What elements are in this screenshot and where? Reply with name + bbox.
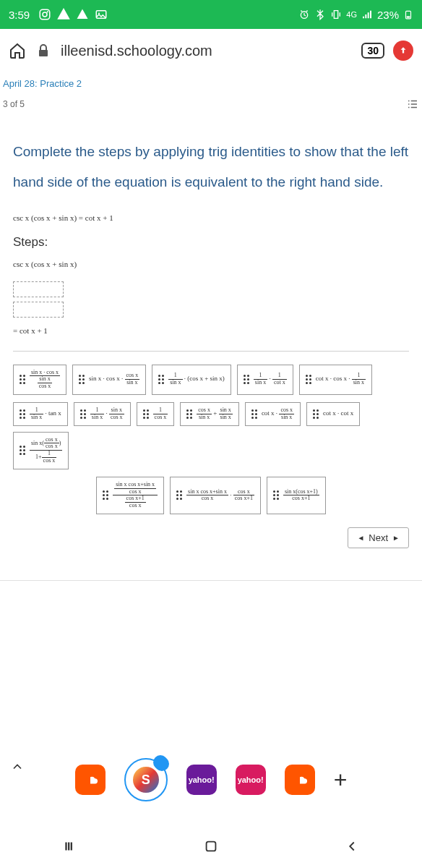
steps-heading: Steps: bbox=[13, 235, 409, 250]
recent-apps-button[interactable] bbox=[62, 838, 78, 854]
tile[interactable]: sin x(cos xcos x)1+1cos x bbox=[13, 432, 69, 469]
url-text[interactable]: illeenisd.schoology.com bbox=[61, 43, 353, 59]
image-icon bbox=[95, 8, 108, 21]
next-button[interactable]: ◄ Next ► bbox=[348, 527, 409, 548]
status-time: 3:59 bbox=[9, 9, 30, 21]
back-button[interactable] bbox=[344, 838, 360, 854]
question-content: Complete the steps by applying trig iden… bbox=[0, 119, 422, 566]
tile[interactable]: 1cos x bbox=[137, 402, 175, 426]
dock-soundcloud[interactable] bbox=[75, 765, 106, 795]
upload-button[interactable] bbox=[393, 41, 413, 61]
tile[interactable]: sin x cos x+sin xcos xcos x+1cos x bbox=[96, 477, 164, 514]
svg-rect-8 bbox=[39, 50, 48, 56]
list-icon[interactable] bbox=[406, 98, 419, 111]
close-icon[interactable]: ✕ bbox=[153, 755, 168, 770]
tile[interactable]: sin x cos x+sin xcos x · cos xcos x+1 bbox=[170, 477, 261, 514]
battery-percent: 23% bbox=[377, 9, 399, 21]
svg-point-2 bbox=[47, 11, 48, 12]
progress-row: 3 of 5 bbox=[0, 95, 422, 119]
step-end: = cot x + 1 bbox=[13, 326, 409, 335]
system-nav bbox=[0, 825, 422, 868]
progress-text: 3 of 5 bbox=[3, 99, 25, 109]
vibrate-icon bbox=[330, 9, 342, 20]
battery-icon bbox=[403, 9, 413, 20]
dock-yahoo-2[interactable]: yahoo! bbox=[236, 765, 266, 795]
lock-icon bbox=[35, 42, 52, 59]
svg-rect-9 bbox=[207, 842, 216, 851]
breadcrumb[interactable]: April 28: Practice 2 bbox=[0, 72, 422, 95]
tile[interactable]: cot x · cos x · 1sin x bbox=[299, 365, 372, 395]
dock-soundcloud-2[interactable] bbox=[285, 765, 315, 795]
step-slot-2[interactable] bbox=[13, 302, 64, 318]
answer-tiles: sin x · cos xsin xcos x sin x · cos x · … bbox=[13, 351, 409, 514]
app-dock: S✕ yahoo! yahoo! + bbox=[0, 748, 422, 812]
tile[interactable]: sin x · cos xsin xcos x bbox=[13, 365, 66, 395]
home-icon[interactable] bbox=[9, 42, 26, 59]
instruction-text: Complete the steps by applying trig iden… bbox=[13, 137, 409, 197]
dock-browser[interactable]: S✕ bbox=[124, 758, 168, 801]
tile[interactable]: cot x · cot x bbox=[306, 402, 360, 426]
bluetooth-icon bbox=[314, 9, 326, 20]
step-slot-1[interactable] bbox=[13, 281, 64, 297]
step-start: csc x (cos x + sin x) bbox=[13, 260, 409, 268]
svg-rect-0 bbox=[40, 9, 50, 20]
status-bar: 3:59 4G 23% bbox=[0, 0, 422, 29]
dock-add[interactable]: + bbox=[334, 767, 348, 793]
status-app-icons bbox=[38, 8, 108, 21]
tile[interactable]: sin x(cos x+1)cos x+1 bbox=[267, 477, 326, 514]
signal-icon bbox=[361, 9, 373, 20]
tile[interactable]: 1sin x · sin xcos x bbox=[74, 402, 131, 426]
warning-icon bbox=[57, 8, 70, 21]
instagram-icon bbox=[38, 8, 51, 21]
svg-rect-7 bbox=[407, 16, 410, 17]
dock-yahoo-1[interactable]: yahoo! bbox=[186, 765, 217, 795]
warning-icon-2 bbox=[76, 8, 89, 21]
tile[interactable]: 1sin x · (cos x + sin x) bbox=[152, 365, 231, 395]
alarm-icon bbox=[298, 9, 310, 20]
home-button[interactable] bbox=[203, 838, 219, 854]
given-equation: csc x (cos x + sin x) = cot x + 1 bbox=[13, 213, 409, 222]
tile[interactable]: 1sin x · 1cot x bbox=[237, 365, 293, 395]
network-type: 4G bbox=[346, 10, 357, 19]
tab-count-badge[interactable]: 30 bbox=[361, 43, 384, 59]
tile[interactable]: cos xsin x + sin xsin x bbox=[180, 402, 239, 426]
svg-point-1 bbox=[43, 12, 47, 17]
tile[interactable]: sin x · cos x · cos xsin x bbox=[72, 365, 146, 395]
tile[interactable]: 1sin x · tan x bbox=[13, 402, 68, 426]
browser-bar: illeenisd.schoology.com 30 bbox=[0, 29, 422, 72]
tile[interactable]: cot x · cos xsin x bbox=[245, 402, 301, 426]
